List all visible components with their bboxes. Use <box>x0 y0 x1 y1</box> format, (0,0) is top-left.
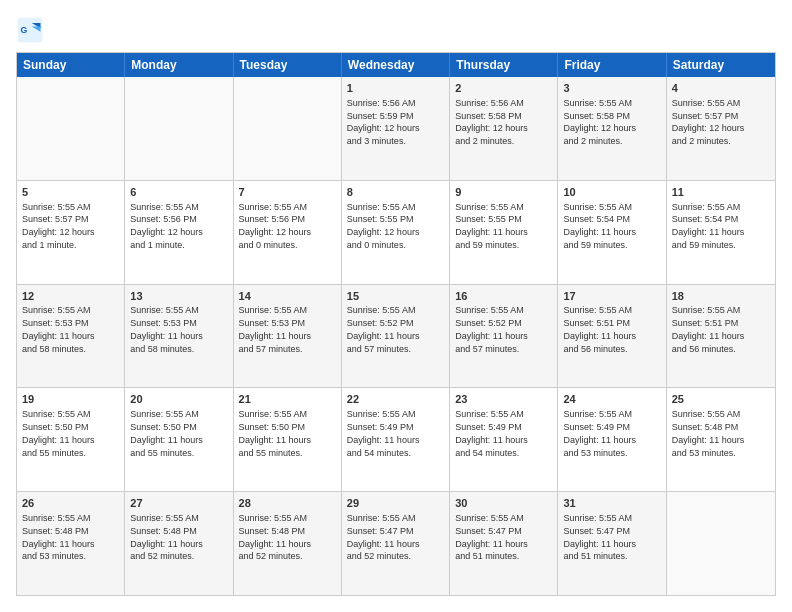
day-number: 6 <box>130 185 227 200</box>
calendar: SundayMondayTuesdayWednesdayThursdayFrid… <box>16 52 776 596</box>
calendar-header: SundayMondayTuesdayWednesdayThursdayFrid… <box>17 53 775 77</box>
calendar-cell: 16Sunrise: 5:55 AM Sunset: 5:52 PM Dayli… <box>450 285 558 388</box>
calendar-cell: 25Sunrise: 5:55 AM Sunset: 5:48 PM Dayli… <box>667 388 775 491</box>
day-info: Sunrise: 5:55 AM Sunset: 5:49 PM Dayligh… <box>347 409 420 457</box>
day-number: 23 <box>455 392 552 407</box>
day-info: Sunrise: 5:55 AM Sunset: 5:57 PM Dayligh… <box>672 98 745 146</box>
empty-cell <box>17 77 125 180</box>
calendar-cell: 29Sunrise: 5:55 AM Sunset: 5:47 PM Dayli… <box>342 492 450 595</box>
day-info: Sunrise: 5:55 AM Sunset: 5:57 PM Dayligh… <box>22 202 95 250</box>
calendar-body: 1Sunrise: 5:56 AM Sunset: 5:59 PM Daylig… <box>17 77 775 595</box>
calendar-cell: 11Sunrise: 5:55 AM Sunset: 5:54 PM Dayli… <box>667 181 775 284</box>
day-number: 19 <box>22 392 119 407</box>
calendar-cell: 19Sunrise: 5:55 AM Sunset: 5:50 PM Dayli… <box>17 388 125 491</box>
day-number: 15 <box>347 289 444 304</box>
calendar-cell: 9Sunrise: 5:55 AM Sunset: 5:55 PM Daylig… <box>450 181 558 284</box>
day-number: 2 <box>455 81 552 96</box>
day-info: Sunrise: 5:55 AM Sunset: 5:55 PM Dayligh… <box>347 202 420 250</box>
logo: G <box>16 16 48 44</box>
day-info: Sunrise: 5:55 AM Sunset: 5:58 PM Dayligh… <box>563 98 636 146</box>
day-number: 22 <box>347 392 444 407</box>
calendar-row: 12Sunrise: 5:55 AM Sunset: 5:53 PM Dayli… <box>17 284 775 388</box>
day-number: 25 <box>672 392 770 407</box>
day-info: Sunrise: 5:55 AM Sunset: 5:51 PM Dayligh… <box>672 305 745 353</box>
calendar-cell: 24Sunrise: 5:55 AM Sunset: 5:49 PM Dayli… <box>558 388 666 491</box>
day-number: 10 <box>563 185 660 200</box>
day-info: Sunrise: 5:55 AM Sunset: 5:54 PM Dayligh… <box>563 202 636 250</box>
calendar-cell: 21Sunrise: 5:55 AM Sunset: 5:50 PM Dayli… <box>234 388 342 491</box>
day-info: Sunrise: 5:55 AM Sunset: 5:50 PM Dayligh… <box>22 409 95 457</box>
day-info: Sunrise: 5:55 AM Sunset: 5:54 PM Dayligh… <box>672 202 745 250</box>
calendar-cell: 17Sunrise: 5:55 AM Sunset: 5:51 PM Dayli… <box>558 285 666 388</box>
empty-cell <box>125 77 233 180</box>
calendar-row: 1Sunrise: 5:56 AM Sunset: 5:59 PM Daylig… <box>17 77 775 180</box>
day-number: 31 <box>563 496 660 511</box>
day-info: Sunrise: 5:55 AM Sunset: 5:48 PM Dayligh… <box>22 513 95 561</box>
day-info: Sunrise: 5:55 AM Sunset: 5:52 PM Dayligh… <box>347 305 420 353</box>
weekday-header: Thursday <box>450 53 558 77</box>
calendar-cell: 6Sunrise: 5:55 AM Sunset: 5:56 PM Daylig… <box>125 181 233 284</box>
calendar-cell: 12Sunrise: 5:55 AM Sunset: 5:53 PM Dayli… <box>17 285 125 388</box>
calendar-cell: 15Sunrise: 5:55 AM Sunset: 5:52 PM Dayli… <box>342 285 450 388</box>
weekday-header: Sunday <box>17 53 125 77</box>
day-info: Sunrise: 5:55 AM Sunset: 5:49 PM Dayligh… <box>563 409 636 457</box>
day-info: Sunrise: 5:55 AM Sunset: 5:48 PM Dayligh… <box>130 513 203 561</box>
day-number: 14 <box>239 289 336 304</box>
day-number: 26 <box>22 496 119 511</box>
day-info: Sunrise: 5:55 AM Sunset: 5:51 PM Dayligh… <box>563 305 636 353</box>
calendar-cell: 23Sunrise: 5:55 AM Sunset: 5:49 PM Dayli… <box>450 388 558 491</box>
day-number: 29 <box>347 496 444 511</box>
day-number: 8 <box>347 185 444 200</box>
day-number: 12 <box>22 289 119 304</box>
calendar-cell: 5Sunrise: 5:55 AM Sunset: 5:57 PM Daylig… <box>17 181 125 284</box>
day-number: 16 <box>455 289 552 304</box>
day-info: Sunrise: 5:55 AM Sunset: 5:48 PM Dayligh… <box>672 409 745 457</box>
day-info: Sunrise: 5:55 AM Sunset: 5:56 PM Dayligh… <box>130 202 203 250</box>
day-number: 5 <box>22 185 119 200</box>
day-info: Sunrise: 5:55 AM Sunset: 5:47 PM Dayligh… <box>563 513 636 561</box>
logo-icon: G <box>16 16 44 44</box>
calendar-cell: 13Sunrise: 5:55 AM Sunset: 5:53 PM Dayli… <box>125 285 233 388</box>
calendar-cell: 20Sunrise: 5:55 AM Sunset: 5:50 PM Dayli… <box>125 388 233 491</box>
day-number: 7 <box>239 185 336 200</box>
day-info: Sunrise: 5:56 AM Sunset: 5:59 PM Dayligh… <box>347 98 420 146</box>
day-number: 3 <box>563 81 660 96</box>
calendar-cell: 2Sunrise: 5:56 AM Sunset: 5:58 PM Daylig… <box>450 77 558 180</box>
calendar-cell: 3Sunrise: 5:55 AM Sunset: 5:58 PM Daylig… <box>558 77 666 180</box>
day-number: 30 <box>455 496 552 511</box>
weekday-header: Wednesday <box>342 53 450 77</box>
calendar-cell: 22Sunrise: 5:55 AM Sunset: 5:49 PM Dayli… <box>342 388 450 491</box>
day-info: Sunrise: 5:55 AM Sunset: 5:48 PM Dayligh… <box>239 513 312 561</box>
day-info: Sunrise: 5:55 AM Sunset: 5:47 PM Dayligh… <box>455 513 528 561</box>
day-info: Sunrise: 5:55 AM Sunset: 5:55 PM Dayligh… <box>455 202 528 250</box>
calendar-cell: 26Sunrise: 5:55 AM Sunset: 5:48 PM Dayli… <box>17 492 125 595</box>
calendar-cell: 30Sunrise: 5:55 AM Sunset: 5:47 PM Dayli… <box>450 492 558 595</box>
day-info: Sunrise: 5:55 AM Sunset: 5:47 PM Dayligh… <box>347 513 420 561</box>
calendar-row: 19Sunrise: 5:55 AM Sunset: 5:50 PM Dayli… <box>17 387 775 491</box>
calendar-cell: 10Sunrise: 5:55 AM Sunset: 5:54 PM Dayli… <box>558 181 666 284</box>
calendar-cell: 18Sunrise: 5:55 AM Sunset: 5:51 PM Dayli… <box>667 285 775 388</box>
day-info: Sunrise: 5:55 AM Sunset: 5:50 PM Dayligh… <box>239 409 312 457</box>
day-info: Sunrise: 5:55 AM Sunset: 5:50 PM Dayligh… <box>130 409 203 457</box>
weekday-header: Friday <box>558 53 666 77</box>
day-number: 9 <box>455 185 552 200</box>
calendar-cell: 28Sunrise: 5:55 AM Sunset: 5:48 PM Dayli… <box>234 492 342 595</box>
calendar-row: 26Sunrise: 5:55 AM Sunset: 5:48 PM Dayli… <box>17 491 775 595</box>
day-info: Sunrise: 5:55 AM Sunset: 5:53 PM Dayligh… <box>22 305 95 353</box>
weekday-header: Tuesday <box>234 53 342 77</box>
day-info: Sunrise: 5:56 AM Sunset: 5:58 PM Dayligh… <box>455 98 528 146</box>
calendar-cell: 4Sunrise: 5:55 AM Sunset: 5:57 PM Daylig… <box>667 77 775 180</box>
empty-cell <box>667 492 775 595</box>
weekday-header: Saturday <box>667 53 775 77</box>
day-number: 28 <box>239 496 336 511</box>
day-info: Sunrise: 5:55 AM Sunset: 5:53 PM Dayligh… <box>239 305 312 353</box>
calendar-cell: 8Sunrise: 5:55 AM Sunset: 5:55 PM Daylig… <box>342 181 450 284</box>
day-number: 1 <box>347 81 444 96</box>
calendar-row: 5Sunrise: 5:55 AM Sunset: 5:57 PM Daylig… <box>17 180 775 284</box>
day-info: Sunrise: 5:55 AM Sunset: 5:52 PM Dayligh… <box>455 305 528 353</box>
calendar-cell: 14Sunrise: 5:55 AM Sunset: 5:53 PM Dayli… <box>234 285 342 388</box>
day-info: Sunrise: 5:55 AM Sunset: 5:56 PM Dayligh… <box>239 202 312 250</box>
day-info: Sunrise: 5:55 AM Sunset: 5:49 PM Dayligh… <box>455 409 528 457</box>
day-number: 18 <box>672 289 770 304</box>
page-header: G <box>16 16 776 44</box>
